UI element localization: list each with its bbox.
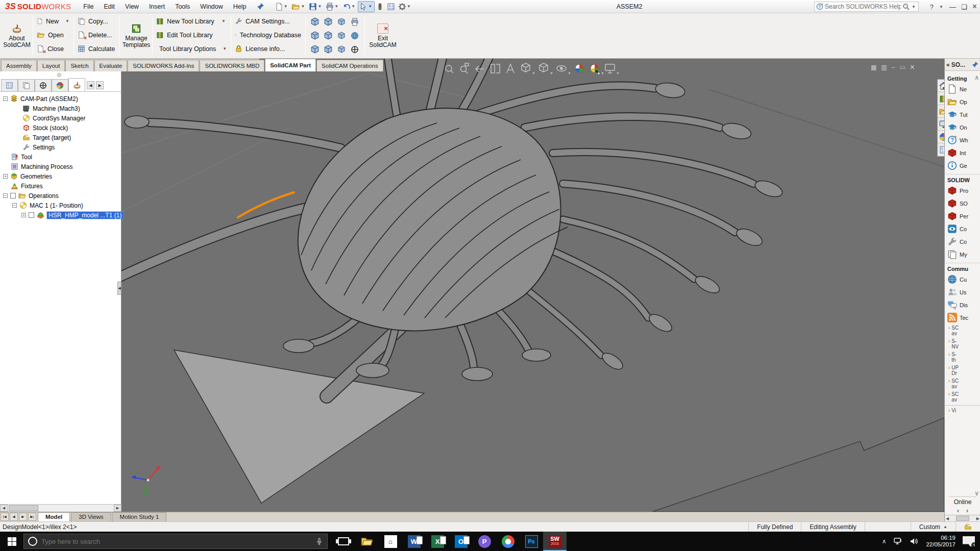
customer-portal-link[interactable]: Cu [945,273,980,286]
photoshop-button[interactable]: Ps [520,532,543,551]
chrome-button[interactable] [496,532,520,551]
tree-item-mac1[interactable]: −MAC 1 (1- Position) [0,201,121,210]
outlook-button[interactable]: O [449,532,473,551]
general-info-link[interactable]: Ge [945,159,980,172]
performance-benchmark-link[interactable]: Per [945,210,980,222]
new-document-button[interactable]: ▼ [274,1,290,12]
compare-documents-link[interactable]: Co [945,222,980,235]
tab-solidworks-mbd[interactable]: SOLIDWORKS MBD [200,60,264,71]
chevron-down-icon[interactable]: ▼ [284,4,288,9]
whats-new-link[interactable]: Wh [945,134,980,146]
scroll-right-arrow[interactable]: ▶ [976,516,979,521]
cam-new-button[interactable]: New▼ [35,14,72,28]
help-button[interactable]: ? [930,3,934,11]
viewport-3d-scene[interactable] [121,59,944,512]
last-tab-button[interactable]: ▶| [28,513,36,521]
news-link[interactable]: ›UPDr [945,364,980,377]
display-config-selector[interactable]: Custom▲ [911,522,955,532]
expand-box[interactable]: + [21,213,26,217]
tutorials-link[interactable]: Tut [945,108,980,121]
chevron-down-icon[interactable]: ▼ [368,4,372,9]
tree-item-target[interactable]: Target (target) [0,133,121,142]
menu-edit[interactable]: Edit [99,0,120,13]
tab-display-manager[interactable] [52,79,68,91]
custom-properties-tag-icon[interactable] [955,522,980,532]
view-cube-button[interactable] [324,17,333,27]
solidworks-taskbar-button[interactable]: SW 2016 [543,532,567,551]
network-icon[interactable] [893,537,902,545]
chevron-down-icon[interactable]: ▼ [351,4,355,9]
hsr-checkbox[interactable] [29,212,34,218]
cam-close-button[interactable]: ×Close [35,42,72,56]
technology-database-button[interactable]: Technology Database [233,28,303,42]
news-link[interactable]: ›Vi [945,405,980,414]
collapse-box[interactable]: − [3,193,8,198]
cam-settings-button[interactable]: CAM Settings... [233,14,303,28]
tray-expand-icon[interactable]: ∧ [882,538,887,545]
menu-tools[interactable]: Tools [170,0,195,13]
tab-configuration-manager[interactable] [35,79,52,91]
excel-button[interactable]: X [426,532,449,551]
search-icon[interactable] [902,3,910,10]
pane-back-arrow[interactable]: ‹ [957,507,959,514]
chevron-down-icon[interactable]: ▼ [912,5,916,9]
view-cube-button[interactable] [337,18,346,26]
cam-copy-button[interactable]: Copy... [76,14,118,28]
chevron-down-icon[interactable]: ▼ [301,4,305,9]
save-button[interactable]: ▼ [307,1,324,12]
scroll-thumb[interactable] [956,516,969,521]
chevron-down-icon[interactable]: ▼ [407,4,411,9]
new-tool-library-button[interactable]: New Tool Library▼ [154,14,229,28]
action-center-icon[interactable]: 1 [963,536,975,546]
tab-solidworks-addins[interactable]: SOLIDWORKS Add-Ins [128,60,199,71]
help-search-box[interactable]: ▼ [814,2,919,12]
scroll-thumb[interactable] [9,505,38,511]
tree-item-tool[interactable]: Tool [0,152,121,162]
view-cube-button[interactable] [337,32,346,40]
technical-alerts-link[interactable]: Tec [945,311,980,324]
first-tab-button[interactable]: |◀ [1,513,9,521]
about-solidcam-button[interactable]: About SolidCAM [2,14,32,57]
tree-item-machine[interactable]: Machine (Mach3) [0,104,121,113]
tool-library-options-button[interactable]: Tool Library Options▼ [154,42,229,56]
tab-solidcam-part[interactable]: SolidCAM Part [265,59,316,71]
tree-item-coordsys-manager[interactable]: CoordSys Manager [0,113,121,123]
restore-button[interactable]: ❏ [961,3,967,11]
tab-solidcam-manager[interactable] [68,78,85,91]
taskbar-search-box[interactable] [23,534,328,549]
tab-model[interactable]: Model [38,512,70,521]
property-tab-builder-link[interactable]: Pro [945,184,980,197]
tree-item-machining-process[interactable]: Machining Process [0,162,121,171]
panel-tab-scroll-right[interactable]: ▶ [96,81,104,89]
pin-menu-icon[interactable] [257,3,264,10]
chevron-down-icon[interactable]: ▼ [65,19,69,23]
menu-window[interactable]: Window [195,0,228,13]
taskbar-search-input[interactable] [41,538,311,545]
tab-sketch[interactable]: Sketch [65,60,93,71]
news-link[interactable]: ›S-NV [945,337,980,350]
edit-tool-library-button[interactable]: Edit Tool Library [154,28,229,42]
panel-tab-scroll-left[interactable]: ◀ [87,81,94,89]
pane-scroll-up-icon[interactable]: ∧ [974,74,979,81]
cam-delete-button[interactable]: ×Delete... [76,28,118,42]
chevron-down-icon[interactable]: ▼ [939,5,943,9]
pane-scroll-down-icon[interactable]: ∨ [974,490,979,497]
file-explorer-button[interactable] [355,532,379,551]
word-button[interactable]: W [402,532,426,551]
news-link[interactable]: ›S-th [945,350,980,364]
chevron-down-icon[interactable]: ▼ [334,4,338,9]
tree-item-operations[interactable]: −Operations [0,191,121,201]
doc-restore-icon[interactable]: ▭ [899,64,905,71]
cascade-windows-icon[interactable]: ▦ [871,64,876,71]
doc-minimize-icon[interactable]: – [892,64,895,71]
menu-file[interactable]: File [78,0,99,13]
view-print-button[interactable] [351,18,359,26]
scroll-right-arrow[interactable]: ▶ [114,505,121,512]
menu-view[interactable]: View [120,0,144,13]
tab-layout[interactable]: Layout [37,60,65,71]
undo-button[interactable]: ▼ [341,1,358,12]
tree-item-hsr-operation[interactable]: +HSR_HMP_model ...T1 (1) [0,210,121,220]
view-cube-button[interactable] [310,45,320,54]
start-button[interactable] [0,532,23,551]
collapse-box[interactable]: − [3,96,8,101]
